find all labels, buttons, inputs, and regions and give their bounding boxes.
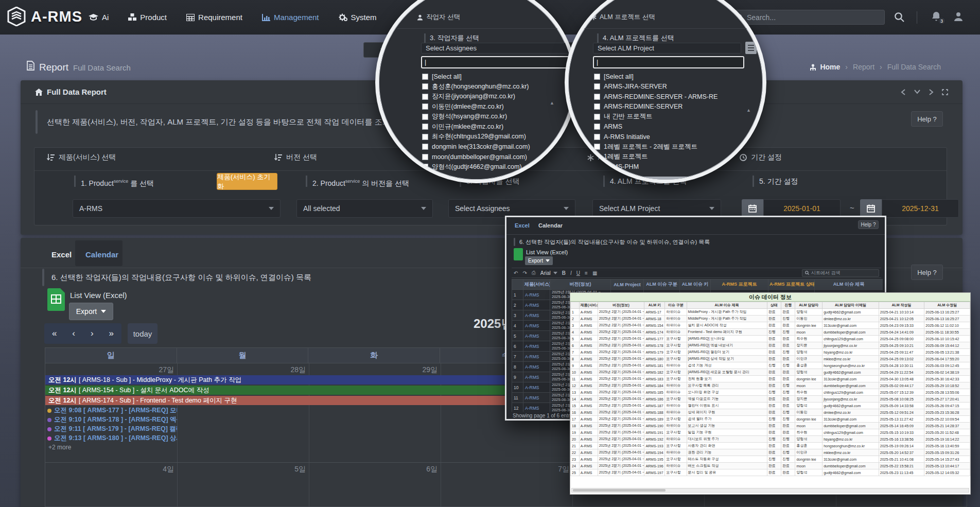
table-row[interactable]: 25A-RMS2025년 2분기 (2025-04-01 ~ 2025-06-3… — [571, 469, 970, 476]
table-row[interactable]: 16A-RMS2025년 2분기 (2025-04-01 ~ 2025-06-3… — [571, 409, 970, 416]
table-row[interactable]: 1A-RMS2025년 2분기 (2025-04-01 ~ 2025-06-30… — [571, 309, 970, 316]
alm-multiselect[interactable]: Select ALM Project — [593, 43, 741, 54]
day-number[interactable]: 27일 — [45, 365, 174, 375]
calendar-dot-event[interactable]: 오전 9:11 [ ARMS-179 ] - [ARMS-REQ] 캘린 — [47, 425, 177, 433]
table-row[interactable]: 15A-RMS2025년 2분기 (2025-04-01 ~ 2025-06-3… — [571, 403, 970, 409]
menu-item-management[interactable]: Management — [262, 13, 319, 22]
expand-icon[interactable] — [942, 89, 948, 95]
collapse-left-icon[interactable] — [901, 89, 906, 95]
tab-calendar[interactable]: Calendar — [85, 250, 118, 259]
checkbox-option[interactable]: 1레벨 프로젝트 - 2레벨 프로젝트 — [594, 142, 744, 152]
notifications-button[interactable]: 3 — [931, 11, 942, 22]
checkbox-option[interactable]: 1레벨 프로젝트 — [594, 152, 744, 162]
day-number[interactable]: 29일 — [309, 365, 437, 375]
version-select[interactable]: All selected — [296, 199, 433, 218]
menu-item-requirement[interactable]: Requirement — [186, 13, 242, 22]
day-number[interactable]: 28일 — [177, 365, 306, 375]
brand-logo[interactable]: A-RMS — [7, 7, 82, 26]
checkbox-option[interactable]: A-RMS Initiative — [594, 132, 744, 142]
export-button[interactable]: Export — [69, 303, 113, 320]
more-events-link[interactable]: +2 more — [48, 444, 71, 451]
checkbox-option[interactable]: 홍성훈(hongseonghun@mz.co.kr) — [422, 82, 576, 92]
checkbox-option[interactable]: [Select all] — [594, 72, 744, 82]
table-row[interactable]: 18A-RMS2025년 2분기 (2025-04-01 ~ 2025-06-3… — [571, 423, 970, 429]
print-icon[interactable]: ⎙ — [532, 270, 536, 276]
table-row[interactable]: 12A-RMS2025년 2분기 (2025-04-01 ~ 2025-06-3… — [571, 382, 970, 389]
day-number[interactable]: 4일 — [45, 465, 174, 474]
table-row[interactable]: 14A-RMS2025년 2분기 (2025-04-01 ~ 2025-06-3… — [571, 396, 970, 403]
breadcrumb-report[interactable]: Report — [853, 63, 874, 71]
calendar-icon[interactable] — [860, 199, 882, 218]
menu-item-ai[interactable]: Ai — [89, 13, 109, 22]
assignees-multiselect[interactable]: Select Assignees — [421, 43, 575, 54]
table-row[interactable]: 10A-RMS2025년 2분기 (2025-04-01 ~ 2025-06-3… — [571, 369, 970, 376]
help-button[interactable]: Help ? — [911, 265, 943, 280]
checkbox-option[interactable]: 양형석(hsyang@mz.co.kr) — [422, 112, 576, 122]
table-row[interactable]: 22A-RMS2025년 2분기 (2025-04-01 ~ 2025-06-3… — [571, 449, 970, 456]
table-row[interactable]: 20A-RMS2025년 2분기 (2025-04-01 ~ 2025-06-3… — [571, 436, 970, 443]
nav-last-button[interactable]: » — [109, 328, 114, 339]
table-row[interactable]: 4A-RMS2025년 2분기 (2025-04-01 ~ 2025-06-30… — [571, 329, 970, 336]
nav-prev-button[interactable]: ‹ — [72, 328, 75, 339]
checkbox-option[interactable]: 최수현(chltngus129@gmail.com) — [422, 132, 576, 142]
search-submit-icon[interactable] — [894, 12, 904, 22]
user-profile-button[interactable] — [953, 11, 964, 22]
checkbox-option[interactable]: 이민규(mklee@mz.co.kr) — [422, 122, 576, 132]
table-row[interactable]: 7A-RMS2025년 2분기 (2025-04-01 ~ 2025-06-30… — [571, 349, 970, 356]
table-row[interactable]: 8A-RMS2025년 2분기 (2025-04-01 ~ 2025-06-30… — [571, 356, 970, 362]
table-row[interactable]: 19A-RMS2025년 2분기 (2025-04-01 ~ 2025-06-3… — [571, 429, 970, 436]
nav-first-button[interactable]: « — [52, 328, 57, 339]
breadcrumb-home[interactable]: Home — [809, 63, 840, 71]
scroll-up-icon[interactable]: ▲ — [746, 108, 751, 113]
day-number[interactable]: 5일 — [177, 465, 306, 474]
table-row[interactable]: 9A-RMS2025년 2분기 (2025-04-01 ~ 2025-06-30… — [571, 362, 970, 369]
fill-color-icon[interactable]: ▦ — [592, 270, 597, 276]
checkbox-option[interactable]: ARMS-REDMINE-SERVER - ARMS-RE — [594, 92, 744, 102]
assignee-select[interactable]: Select Assignees — [448, 199, 575, 218]
table-row[interactable]: 5A-RMS2025년 2분기 (2025-04-01 ~ 2025-06-30… — [571, 336, 970, 342]
nav-next-button[interactable]: › — [91, 328, 94, 339]
redo-icon[interactable]: ↷ — [522, 270, 527, 276]
alm-filter-input[interactable]: | — [593, 56, 744, 68]
calendar-dot-event[interactable]: 오전 9:10 [ ARMS-178 ] - [ARMS-REQ] 엑셀 — [47, 415, 177, 424]
checkbox-option[interactable]: ARMS — [594, 122, 744, 132]
checkbox-option[interactable]: 내 간반 프로젝트 — [594, 112, 744, 122]
day-number[interactable]: 6일 — [309, 465, 437, 474]
overlay-tab-calendar[interactable]: Calendar — [538, 222, 563, 229]
checkbox-option[interactable]: ARMS-JIRA-SERVER — [594, 82, 744, 92]
search-input[interactable] — [747, 13, 880, 22]
chevron-down-icon[interactable] — [914, 89, 920, 95]
checkbox-option[interactable]: ARMS-REDMINE-SERVER — [594, 102, 744, 112]
table-row[interactable]: 3A-RMS2025년 2분기 (2025-04-01 ~ 2025-06-30… — [571, 322, 970, 329]
overlay-help-button[interactable]: Help ? — [858, 220, 879, 229]
assignee-filter-input[interactable]: | — [421, 56, 577, 68]
table-row[interactable]: 21A-RMS2025년 2분기 (2025-04-01 ~ 2025-06-3… — [571, 443, 970, 449]
scrollbar-thumb[interactable] — [573, 489, 666, 492]
calendar-dot-event[interactable]: 오전 9:08 [ ARMS-177 ] - [ARMS-REQ] 모니 — [47, 406, 177, 415]
scroll-up-icon[interactable]: ▲ — [550, 100, 554, 106]
product-reset-button[interactable]: 제품(서비스) 초기화 — [217, 173, 277, 190]
today-button[interactable]: today — [128, 323, 157, 344]
overlay-tab-excel[interactable]: Excel — [515, 222, 530, 229]
day-number[interactable]: 7일 — [441, 465, 569, 474]
italic-icon[interactable]: I — [570, 270, 572, 276]
table-row[interactable]: 23A-RMS2025년 2분기 (2025-04-01 ~ 2025-06-3… — [571, 456, 970, 463]
overlay-export-button[interactable]: Export — [525, 256, 553, 265]
calendar-dot-event[interactable]: 오전 9:13 [ ARMS-180 ] - [ARMS-REQ] 상세 작 — [47, 434, 177, 443]
table-row[interactable]: 11A-RMS2025년 2분기 (2025-04-01 ~ 2025-06-3… — [571, 376, 970, 382]
collapse-right-icon[interactable] — [929, 89, 934, 95]
date-from-input[interactable]: 2025-01-01 — [763, 199, 841, 218]
font-select[interactable]: Arial — [540, 270, 557, 276]
help-button[interactable]: Help ? — [911, 111, 943, 127]
table-row[interactable]: 13A-RMS2025년 2분기 (2025-04-01 ~ 2025-06-3… — [571, 389, 970, 396]
table-row[interactable]: 6A-RMS2025년 2분기 (2025-04-01 ~ 2025-06-30… — [571, 342, 970, 349]
alm-project-select[interactable]: Select ALM Project — [592, 199, 721, 218]
product-select[interactable]: A-RMS — [73, 199, 281, 218]
calendar-icon[interactable] — [742, 199, 763, 218]
panel-lock-icon[interactable] — [745, 42, 757, 54]
checkbox-option[interactable]: [Select all] — [422, 72, 576, 82]
menu-item-system[interactable]: System — [339, 13, 377, 22]
horizontal-scrollbar[interactable] — [571, 488, 969, 493]
date-to-input[interactable]: 2025-12-31 — [882, 199, 959, 218]
menu-item-product[interactable]: Product — [128, 13, 167, 22]
